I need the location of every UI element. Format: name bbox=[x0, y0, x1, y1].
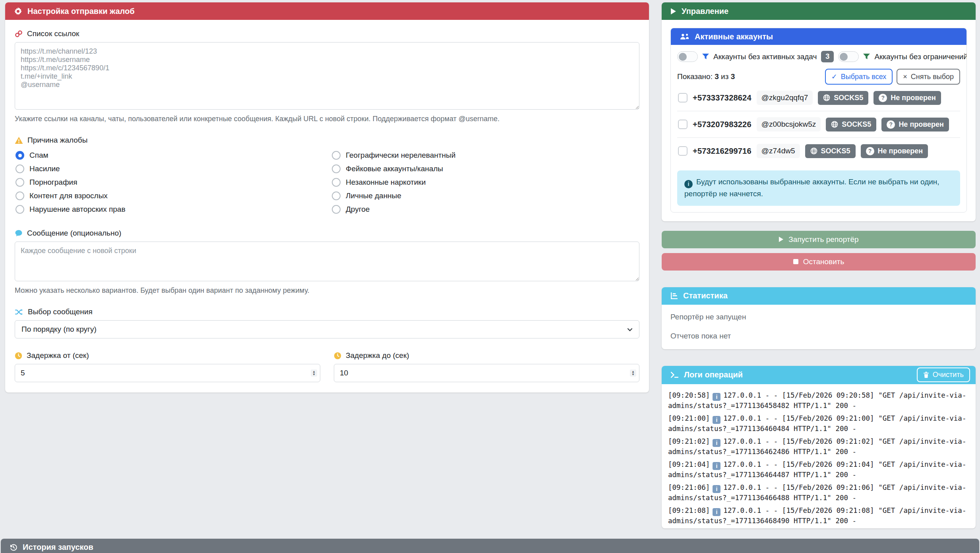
radio-option-other[interactable]: Другое bbox=[331, 203, 639, 216]
account-row: +573216299716 @z74dw5 SOCKS5 ? bbox=[677, 138, 960, 164]
filter-limits-toggle[interactable] bbox=[838, 51, 859, 62]
delay-to-input[interactable] bbox=[334, 364, 639, 382]
radio-option-geo-irrelevant[interactable]: Географически нерелевантный bbox=[331, 149, 639, 162]
info-square-icon: i bbox=[713, 462, 720, 470]
message-mode-value: По порядку (по кругу) bbox=[21, 325, 97, 334]
radio-option-personal-data[interactable]: Личные данные bbox=[331, 189, 639, 203]
radio-icon[interactable] bbox=[332, 164, 341, 173]
deselect-button[interactable]: × Снять выбор bbox=[897, 69, 960, 85]
info-square-icon: i bbox=[713, 485, 720, 493]
account-checkbox[interactable] bbox=[678, 120, 688, 129]
number-stepper[interactable]: ▲▼ bbox=[630, 369, 636, 377]
reason-options-right: Географически нерелевантный Фейковые акк… bbox=[331, 149, 639, 216]
complaint-settings-title: Настройка отправки жалоб bbox=[27, 7, 135, 16]
active-accounts-body: Аккаунты без активных задач 3 Аккаунты б… bbox=[671, 45, 966, 212]
clear-logs-button[interactable]: Очистить bbox=[917, 367, 970, 382]
reason-options: Спам Насилие Порнография Контент дл bbox=[15, 149, 639, 216]
gear-icon bbox=[14, 7, 22, 15]
account-checkbox[interactable] bbox=[678, 146, 688, 156]
page: Настройка отправки жалоб Список ссылок У… bbox=[0, 0, 980, 528]
radio-icon[interactable] bbox=[15, 164, 24, 173]
status-label: Не проверен bbox=[899, 120, 944, 129]
radio-option-spam[interactable]: Спам bbox=[15, 149, 323, 162]
proxy-label: SOCKS5 bbox=[821, 147, 850, 155]
delay-from-input[interactable] bbox=[15, 364, 320, 382]
chat-bubble-icon bbox=[15, 229, 23, 237]
link-icon bbox=[15, 30, 23, 38]
radio-selected-icon[interactable] bbox=[15, 151, 24, 160]
management-title: Управление bbox=[682, 7, 728, 16]
selection-buttons: ✓ Выбрать всех × Снять выбор bbox=[825, 69, 960, 85]
mode-section: Выбор сообщения По порядку (по кругу) bbox=[15, 307, 639, 338]
radio-icon[interactable] bbox=[15, 178, 24, 187]
radio-label: Фейковые аккаунты/каналы bbox=[346, 164, 443, 173]
select-all-button[interactable]: ✓ Выбрать всех bbox=[825, 69, 893, 85]
log-entry: [09:21:04]i127.0.0.1 - - [15/Feb/2026 09… bbox=[668, 460, 969, 480]
shuffle-icon bbox=[15, 309, 23, 315]
active-accounts-title: Активные аккаунты bbox=[695, 32, 773, 41]
radio-option-copyright[interactable]: Нарушение авторских прав bbox=[15, 203, 323, 216]
stop-button[interactable]: Остановить bbox=[662, 253, 976, 271]
status-label: Не проверен bbox=[891, 94, 936, 102]
radio-icon[interactable] bbox=[332, 178, 341, 187]
log-entry: [09:21:02]i127.0.0.1 - - [15/Feb/2026 09… bbox=[668, 437, 969, 456]
message-section: Сообщение (опционально) Можно указать не… bbox=[15, 229, 639, 295]
statistics-card: Статистика Репортёр не запущен Отчетов п… bbox=[662, 287, 976, 349]
management-card: Управление Активные аккаунты bbox=[662, 2, 976, 221]
log-time: [09:21:08] bbox=[668, 507, 710, 514]
message-help: Можно указать несколько вариантов. Будет… bbox=[15, 286, 639, 295]
reports-status-text: Отчетов пока нет bbox=[670, 332, 967, 340]
status-label: Не проверен bbox=[878, 147, 923, 155]
globe-icon bbox=[831, 121, 838, 128]
radio-option-drugs[interactable]: Незаконные наркотики bbox=[331, 176, 639, 189]
complaint-settings-card: Настройка отправки жалоб Список ссылок У… bbox=[5, 2, 649, 393]
operation-logs-card: Логи операций Очистить [09:20:58]i127.0.… bbox=[662, 366, 976, 528]
complaint-settings-body: Список ссылок Укажите ссылки на каналы, … bbox=[5, 20, 649, 393]
radio-label: Контент для взрослых bbox=[29, 191, 108, 200]
proxy-label: SOCKS5 bbox=[842, 120, 871, 129]
alert-text: Будут использованы выбранные аккаунты. Е… bbox=[684, 178, 939, 198]
account-username: @z74dw5 bbox=[757, 144, 800, 158]
message-input[interactable] bbox=[15, 242, 639, 281]
logs-output[interactable]: [09:20:58]i127.0.0.1 - - [15/Feb/2026 09… bbox=[662, 384, 976, 528]
radio-icon[interactable] bbox=[332, 205, 341, 214]
info-square-icon: i bbox=[713, 393, 720, 401]
radio-icon[interactable] bbox=[15, 191, 24, 200]
question-icon: ? bbox=[866, 147, 874, 155]
trash-icon bbox=[923, 371, 929, 378]
radio-icon[interactable] bbox=[332, 151, 341, 160]
users-icon bbox=[680, 33, 689, 40]
question-icon: ? bbox=[879, 94, 887, 102]
warning-icon bbox=[15, 137, 23, 144]
info-square-icon: i bbox=[713, 508, 720, 516]
radio-icon[interactable] bbox=[332, 191, 341, 200]
clock-icon bbox=[15, 352, 22, 360]
radio-option-pornography[interactable]: Порнография bbox=[15, 176, 323, 189]
delay-from-label-row: Задержка от (сек) bbox=[15, 351, 320, 360]
links-input[interactable] bbox=[15, 42, 639, 110]
toggle-knob bbox=[840, 53, 848, 61]
start-reporter-label: Запустить репортёр bbox=[788, 235, 858, 244]
account-username: @z00bcsjokw5z bbox=[757, 117, 821, 131]
radio-option-adult-content[interactable]: Контент для взрослых bbox=[15, 189, 323, 203]
log-entry: [09:20:58]i127.0.0.1 - - [15/Feb/2026 09… bbox=[668, 391, 969, 410]
play-icon bbox=[779, 236, 784, 242]
number-stepper[interactable]: ▲▼ bbox=[311, 369, 317, 377]
proxy-label: SOCKS5 bbox=[834, 94, 863, 102]
launch-history-card: История запусков История пуста bbox=[1, 539, 979, 553]
radio-option-fake-accounts[interactable]: Фейковые аккаунты/каналы bbox=[331, 162, 639, 176]
management-body: Активные аккаунты Аккаунты без активных … bbox=[662, 20, 976, 221]
radio-icon[interactable] bbox=[15, 205, 24, 214]
radio-option-violence[interactable]: Насилие bbox=[15, 162, 323, 176]
start-reporter-button[interactable]: Запустить репортёр bbox=[662, 231, 976, 248]
shown-prefix: Показано: bbox=[677, 72, 713, 81]
account-checkbox[interactable] bbox=[678, 93, 688, 102]
message-mode-select[interactable]: По порядку (по кругу) bbox=[15, 320, 639, 338]
filter-tasks-toggle[interactable] bbox=[677, 51, 698, 62]
clear-logs-label: Очистить bbox=[933, 371, 964, 379]
delay-to-label-row: Задержка до (сек) bbox=[334, 351, 639, 360]
account-phone: +573207983226 bbox=[693, 120, 751, 129]
log-time: [09:21:04] bbox=[668, 460, 710, 468]
status-badge: ? Не проверен bbox=[861, 144, 928, 158]
reason-label: Причина жалобы bbox=[27, 136, 87, 145]
